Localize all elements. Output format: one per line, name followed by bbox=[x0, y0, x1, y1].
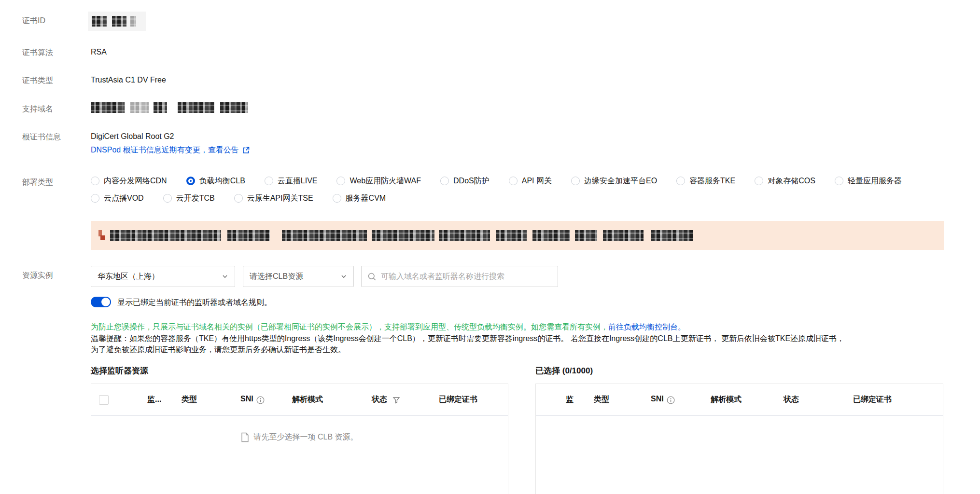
deploy-type-option[interactable]: 服务器CVM bbox=[333, 193, 386, 204]
radio-icon bbox=[333, 194, 341, 203]
deploy-type-option[interactable]: 容器服务TKE bbox=[676, 176, 735, 186]
deploy-type-option[interactable]: 云原生API网关TSE bbox=[234, 193, 313, 204]
radio-option-label: 云点播VOD bbox=[104, 193, 144, 204]
radio-option-label: Web应用防火墙WAF bbox=[350, 176, 421, 186]
reminder-line-1: 温馨提醒：如果您的容器服务（TKE）有使用https类型的Ingress（该类I… bbox=[91, 333, 955, 344]
column-sni: SNI bbox=[651, 395, 664, 403]
domains-label: 支持域名 bbox=[22, 104, 53, 114]
deploy-type-radio-group: 内容分发网络CDN 负载均衡CLB 云直播LIVE Web应用防火墙WAF DD… bbox=[91, 176, 960, 204]
deploy-type-label: 部署类型 bbox=[22, 178, 53, 188]
warning-banner bbox=[91, 221, 944, 250]
redacted-block bbox=[110, 230, 221, 241]
chevron-down-icon bbox=[340, 273, 347, 280]
column-listener: 监... bbox=[147, 395, 161, 405]
redacted-block bbox=[112, 16, 126, 27]
info-icon[interactable] bbox=[256, 396, 265, 404]
column-parse-mode: 解析模式 bbox=[292, 395, 323, 405]
radio-icon bbox=[571, 177, 580, 185]
redacted-block bbox=[532, 230, 570, 241]
column-bound-cert: 已绑定证书 bbox=[853, 395, 892, 405]
radio-icon bbox=[676, 177, 685, 185]
radio-option-label: 边缘安全加速平台EO bbox=[584, 176, 657, 186]
redacted-block bbox=[92, 16, 107, 27]
reminder-line-2: 为了避免被还原成旧证书影响业务，请您更新后务必确认新证书是否生效。 bbox=[91, 344, 955, 356]
radio-icon bbox=[265, 177, 273, 185]
select-all-checkbox[interactable] bbox=[99, 395, 109, 405]
clb-console-link[interactable]: 前往负载均衡控制台。 bbox=[608, 323, 686, 331]
redacted-block bbox=[130, 16, 136, 27]
deploy-type-option[interactable]: DDoS防护 bbox=[440, 176, 490, 186]
column-status: 状态 bbox=[784, 395, 799, 405]
green-notice-line: 为防止您误操作，只展示与证书域名相关的实例（已部署相同证书的实例不会展示），支持… bbox=[91, 321, 955, 333]
empty-state-text: 请先至少选择一项 CLB 资源。 bbox=[253, 432, 358, 442]
deploy-type-option[interactable]: 云开发TCB bbox=[163, 193, 215, 204]
clb-resource-select[interactable]: 请选择CLB资源 bbox=[243, 266, 354, 287]
radio-option-label: 对象存储COS bbox=[768, 176, 815, 186]
selected-table-header: 监 类型 SNI 解析模式 状态 已绑定证书 bbox=[536, 384, 943, 416]
chevron-down-icon bbox=[222, 273, 228, 280]
redacted-block bbox=[178, 102, 214, 113]
show-bound-listeners-toggle[interactable] bbox=[91, 297, 111, 307]
radio-icon bbox=[509, 177, 518, 185]
search-icon bbox=[367, 272, 377, 281]
radio-option-label: 容器服务TKE bbox=[689, 176, 735, 186]
region-select-value: 华东地区（上海） bbox=[98, 272, 159, 282]
deploy-type-option[interactable]: 云点播VOD bbox=[91, 193, 144, 204]
root-notice-link[interactable]: DNSPod 根证书信息近期有变更，查看公告 bbox=[91, 145, 239, 155]
deploy-type-option[interactable]: 边缘安全加速平台EO bbox=[571, 176, 657, 186]
cert-id-redacted-value bbox=[88, 12, 146, 31]
redacted-block bbox=[439, 230, 490, 241]
radio-option-label: 负载均衡CLB bbox=[199, 176, 245, 186]
column-status: 状态 bbox=[372, 395, 387, 405]
cert-id-label: 证书ID bbox=[22, 16, 45, 26]
column-type: 类型 bbox=[594, 395, 609, 405]
redacted-block bbox=[372, 230, 434, 241]
deploy-type-option[interactable]: 云直播LIVE bbox=[265, 176, 318, 186]
column-bound-cert: 已绑定证书 bbox=[439, 395, 477, 405]
column-type: 类型 bbox=[182, 395, 197, 405]
root-info-value: DigiCert Global Root G2 bbox=[91, 132, 174, 141]
redacted-block bbox=[130, 102, 149, 113]
deploy-type-option[interactable]: 轻量应用服务器 bbox=[835, 176, 902, 186]
radio-option-label: DDoS防护 bbox=[453, 176, 490, 186]
filter-icon[interactable] bbox=[392, 396, 400, 404]
resource-instance-label: 资源实例 bbox=[22, 271, 53, 281]
search-box[interactable] bbox=[361, 266, 558, 287]
radio-icon bbox=[163, 194, 172, 203]
redacted-block bbox=[91, 102, 125, 113]
document-icon bbox=[241, 432, 249, 442]
radio-icon bbox=[755, 177, 763, 185]
root-info-label: 根证书信息 bbox=[22, 132, 61, 142]
search-input[interactable] bbox=[381, 272, 552, 281]
algorithm-value: RSA bbox=[91, 48, 107, 56]
notices: 为防止您误操作，只展示与证书域名相关的实例（已部署相同证书的实例不会展示），支持… bbox=[91, 321, 955, 356]
radio-icon bbox=[91, 177, 99, 185]
deploy-type-option[interactable]: 对象存储COS bbox=[755, 176, 815, 186]
banner-redacted-text bbox=[110, 230, 693, 241]
info-icon[interactable] bbox=[667, 396, 675, 404]
redacted-block bbox=[603, 230, 644, 241]
radio-option-label: 轻量应用服务器 bbox=[848, 176, 902, 186]
deploy-type-option[interactable]: API 网关 bbox=[509, 176, 552, 186]
radio-option-label: 云直播LIVE bbox=[278, 176, 318, 186]
toggle-label: 显示已绑定当前证书的监听器或者域名规则。 bbox=[117, 298, 272, 308]
region-select[interactable]: 华东地区（上海） bbox=[91, 266, 235, 287]
column-sni: SNI bbox=[240, 395, 253, 403]
redacted-block bbox=[227, 230, 270, 241]
radio-option-label: 云原生API网关TSE bbox=[247, 193, 313, 204]
domains-redacted-value bbox=[91, 101, 248, 114]
column-parse-mode: 解析模式 bbox=[711, 395, 742, 405]
deploy-type-option[interactable]: Web应用防火墙WAF bbox=[336, 176, 421, 186]
external-link-icon[interactable] bbox=[242, 146, 250, 154]
deploy-type-option[interactable]: 负载均衡CLB bbox=[186, 176, 245, 186]
cert-type-label: 证书类型 bbox=[22, 76, 53, 86]
clb-select-placeholder: 请选择CLB资源 bbox=[250, 272, 303, 282]
column-listener: 监 bbox=[566, 395, 574, 405]
redacted-block bbox=[575, 230, 597, 241]
selected-table: 监 类型 SNI 解析模式 状态 已绑定证书 bbox=[535, 384, 943, 494]
radio-option-label: API 网关 bbox=[522, 176, 552, 186]
deploy-type-option[interactable]: 内容分发网络CDN bbox=[91, 176, 167, 186]
radio-icon bbox=[336, 177, 345, 185]
redacted-block bbox=[496, 230, 527, 241]
radio-icon bbox=[186, 177, 195, 185]
